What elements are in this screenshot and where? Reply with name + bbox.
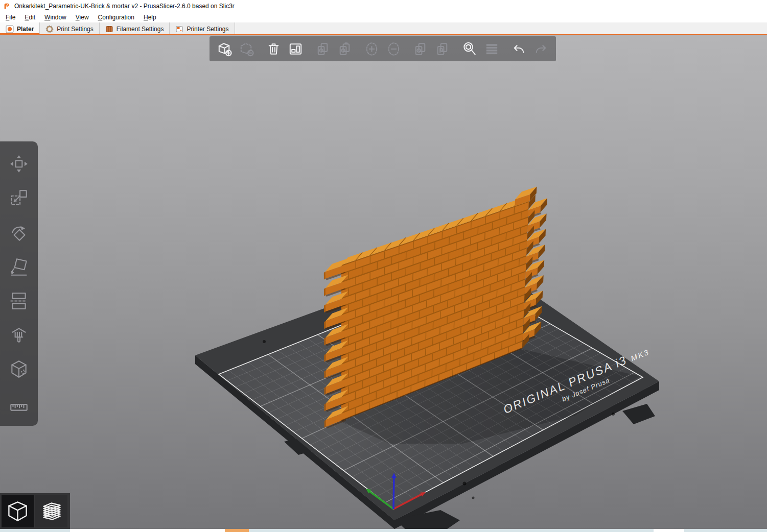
menu-window[interactable]: Window — [40, 13, 71, 22]
cube-icon — [6, 499, 30, 523]
menu-bar: File Edit Window View Configuration Help — [0, 12, 767, 22]
menu-configuration[interactable]: Configuration — [94, 13, 139, 22]
arrange-button[interactable] — [286, 39, 306, 59]
add-object-button[interactable] — [215, 39, 235, 59]
delete-object-button[interactable] — [237, 39, 257, 59]
view-mode-toggle — [0, 493, 70, 529]
window-titlebar: Onkarkitekt_Parametric-UK-Brick & mortar… — [0, 0, 767, 12]
tab-plater[interactable]: Plater — [0, 22, 40, 35]
tab-filament-settings-label: Filament Settings — [117, 26, 164, 33]
copy-button[interactable] — [313, 39, 333, 59]
redo-button[interactable] — [531, 39, 551, 59]
menu-view[interactable]: View — [71, 13, 94, 22]
variable-layer-height-button[interactable] — [482, 39, 502, 59]
delete-all-button[interactable] — [264, 39, 284, 59]
paste-button[interactable] — [335, 39, 355, 59]
window-title: Onkarkitekt_Parametric-UK-Brick & mortar… — [14, 3, 235, 10]
tab-filament-settings[interactable]: Filament Settings — [100, 22, 170, 35]
move-tool-button[interactable] — [7, 152, 31, 176]
preview-view-button[interactable] — [35, 495, 67, 527]
tab-printer-settings[interactable]: Printer Settings — [170, 22, 235, 35]
filament-settings-icon — [105, 25, 113, 33]
3d-viewport[interactable]: ORIGINAL PRUSA i3 MK3by Josef Prusa — [0, 35, 767, 532]
paint-on-supports-tool-button[interactable] — [7, 323, 31, 347]
place-on-face-tool-button[interactable] — [7, 255, 31, 278]
gizmo-toolbar — [0, 141, 38, 426]
status-segment-orange — [225, 529, 249, 532]
seam-painting-tool-button[interactable] — [7, 357, 31, 381]
3d-scene[interactable]: ORIGINAL PRUSA i3 MK3by Josef Prusa — [0, 35, 767, 532]
printer-settings-icon — [175, 25, 183, 33]
search-button[interactable] — [460, 39, 480, 59]
tab-print-settings-label: Print Settings — [57, 26, 93, 33]
prusaslicer-logo-icon — [3, 3, 10, 10]
measure-tool-button[interactable] — [7, 392, 31, 415]
status-segment-white-2 — [654, 529, 684, 532]
menu-file[interactable]: File — [1, 13, 20, 22]
status-strip — [0, 529, 767, 532]
menu-help[interactable]: Help — [139, 13, 161, 22]
print-settings-gear-icon — [45, 25, 54, 33]
cut-tool-button[interactable] — [7, 289, 31, 312]
scale-tool-button[interactable] — [7, 186, 31, 210]
settings-tab-bar: Plater Print Settings Filament Settings … — [0, 22, 767, 35]
3d-editor-view-button[interactable] — [2, 495, 34, 527]
split-to-objects-button[interactable] — [411, 39, 431, 59]
plater-toolbar — [210, 36, 556, 61]
status-segment-white — [70, 529, 225, 532]
layers-icon — [39, 499, 63, 523]
plater-icon — [6, 25, 14, 33]
tab-printer-settings-label: Printer Settings — [187, 26, 228, 33]
undo-button[interactable] — [509, 39, 529, 59]
remove-instance-button[interactable] — [384, 39, 404, 59]
tab-plater-label: Plater — [17, 26, 34, 33]
rotate-tool-button[interactable] — [7, 221, 31, 244]
tab-print-settings[interactable]: Print Settings — [40, 22, 99, 35]
split-to-parts-button[interactable] — [433, 39, 453, 59]
menu-edit[interactable]: Edit — [20, 13, 40, 22]
add-instance-button[interactable] — [362, 39, 382, 59]
